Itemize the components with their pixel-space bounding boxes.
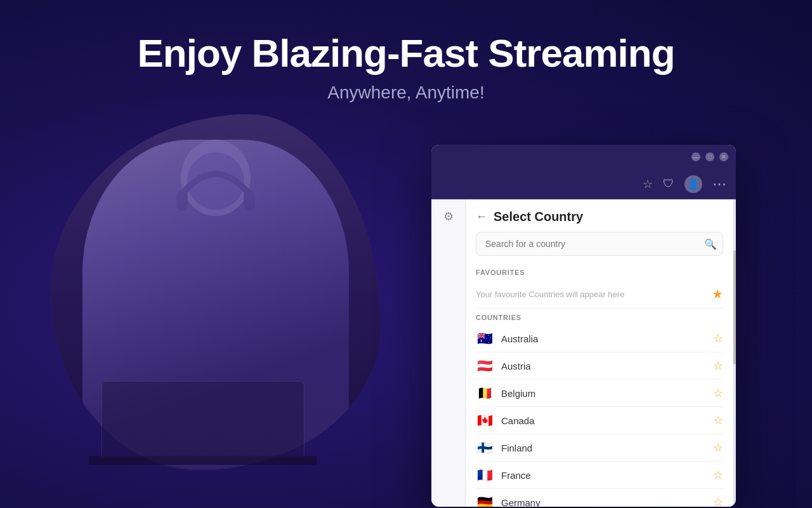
app-window: — □ ✕ ☆ 🛡 👤 ⋯ ⚙ ← Select Country: [431, 145, 736, 507]
window-toolbar: ☆ 🛡 👤 ⋯: [431, 169, 736, 199]
subtitle: Anywhere, Anytime!: [0, 83, 812, 103]
country-flag: 🇫🇮: [476, 441, 494, 454]
header-section: Enjoy Blazing-Fast Streaming Anywhere, A…: [0, 32, 812, 103]
search-box: 🔍: [476, 232, 723, 256]
back-button[interactable]: ←: [476, 210, 487, 224]
more-options-icon[interactable]: ⋯: [712, 176, 726, 192]
country-name: Germany: [501, 497, 705, 507]
shield-icon[interactable]: 🛡: [663, 177, 674, 190]
country-flag: 🇦🇺: [476, 332, 494, 345]
country-favourite-star[interactable]: ☆: [713, 331, 723, 345]
maximize-button[interactable]: □: [705, 152, 714, 161]
laptop-base: [89, 456, 317, 465]
country-item[interactable]: 🇩🇪Germany☆: [476, 489, 723, 507]
scrollbar-track[interactable]: [733, 199, 736, 507]
favourites-star-icon: ★: [712, 286, 723, 302]
country-item[interactable]: 🇦🇹Austria☆: [476, 352, 723, 380]
country-name: Australia: [501, 333, 705, 344]
favourites-placeholder-text: Your favourite Countries will appear her…: [476, 290, 624, 299]
country-flag: 🇫🇷: [476, 469, 494, 481]
settings-icon[interactable]: ⚙: [443, 210, 454, 224]
country-favourite-star[interactable]: ☆: [713, 359, 723, 373]
country-favourite-star[interactable]: ☆: [713, 413, 723, 427]
country-favourite-star[interactable]: ☆: [713, 441, 723, 455]
close-button[interactable]: ✕: [719, 152, 728, 161]
country-flag: 🇨🇦: [476, 414, 494, 427]
sidebar: ⚙: [431, 199, 466, 507]
country-flag: 🇦🇹: [476, 359, 494, 372]
avatar-icon[interactable]: 👤: [684, 175, 702, 193]
favourites-placeholder: Your favourite Countries will appear her…: [476, 280, 723, 309]
country-items-container: 🇦🇺Australia☆🇦🇹Austria☆🇧🇪Belgium☆🇨🇦Canada…: [476, 325, 723, 507]
country-flag: 🇧🇪: [476, 387, 494, 399]
country-name: Finland: [501, 443, 705, 453]
scrollbar-thumb[interactable]: [733, 250, 736, 364]
country-flag: 🇩🇪: [476, 496, 494, 507]
laptop-screen: [102, 381, 304, 457]
select-country-panel: ← Select Country 🔍 FAVOURITES Your favou…: [466, 199, 733, 507]
search-submit-button[interactable]: 🔍: [704, 238, 717, 250]
country-item[interactable]: 🇧🇪Belgium☆: [476, 380, 723, 407]
country-name: Austria: [501, 361, 705, 371]
window-titlebar: — □ ✕: [431, 145, 736, 169]
country-name: Canada: [501, 415, 705, 426]
panel-header: ← Select Country: [466, 199, 733, 232]
minimize-button[interactable]: —: [691, 152, 700, 161]
country-list[interactable]: FAVOURITES Your favourite Countries will…: [466, 264, 733, 507]
search-input[interactable]: [476, 232, 723, 256]
country-favourite-star[interactable]: ☆: [713, 386, 723, 400]
window-body: ⚙ ← Select Country 🔍 FAVOURITES: [431, 199, 736, 507]
countries-section-label: COUNTRIES: [476, 309, 723, 325]
favourites-section-label: FAVOURITES: [476, 264, 723, 280]
country-item[interactable]: 🇦🇺Australia☆: [476, 325, 723, 352]
country-name: France: [501, 470, 705, 481]
main-title: Enjoy Blazing-Fast Streaming: [0, 32, 812, 75]
country-item[interactable]: 🇫🇷France☆: [476, 462, 723, 489]
panel-title: Select Country: [494, 210, 583, 224]
country-favourite-star[interactable]: ☆: [713, 468, 723, 482]
star-icon[interactable]: ☆: [643, 177, 653, 191]
country-name: Belgium: [501, 388, 705, 399]
main-content: ← Select Country 🔍 FAVOURITES Your favou…: [466, 199, 733, 507]
country-item[interactable]: 🇫🇮Finland☆: [476, 434, 723, 462]
country-favourite-star[interactable]: ☆: [713, 495, 723, 507]
country-item[interactable]: 🇨🇦Canada☆: [476, 407, 723, 434]
